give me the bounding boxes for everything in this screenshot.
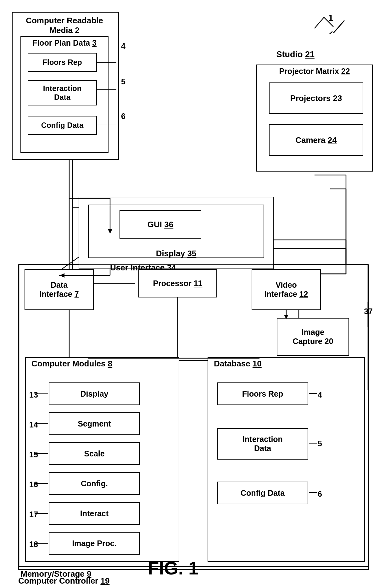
ref-5b: 5 (318, 439, 322, 448)
diagram: 1 Computer ReadableMedia 2 Floor Plan Da… (0, 0, 390, 588)
floor-plan-label: Floor Plan Data 3 (24, 38, 105, 48)
interaction-data-top-box: InteractionData (28, 80, 97, 105)
projectors-box: Projectors 23 (269, 82, 363, 114)
computer-controller-label: Computer Controller 19 (18, 576, 109, 586)
floors-rep-top-box: Floors Rep (28, 53, 97, 72)
video-interface-box: VideoInterface 12 (252, 269, 321, 310)
scale-module-box: Scale (49, 442, 140, 465)
image-proc-module-box: Image Proc. (49, 532, 140, 555)
ref-17: 17 (29, 510, 38, 519)
floors-rep-db-box: Floors Rep (217, 382, 308, 405)
ref-16: 16 (29, 480, 38, 489)
studio-label: Studio 21 (276, 50, 315, 59)
ref-1: 1 (328, 13, 333, 23)
ref-4b: 4 (318, 390, 322, 399)
ref-37: 37 (364, 307, 373, 316)
figure-label: FIG. 1 (148, 557, 198, 579)
image-capture-box: ImageCapture 20 (277, 318, 349, 356)
ref-14: 14 (29, 420, 38, 429)
svg-line-0 (315, 17, 324, 28)
interact-module-box: Interact (49, 502, 140, 525)
svg-line-37 (333, 20, 344, 33)
gui-box: GUI 36 (120, 210, 201, 239)
ref-5a: 5 (121, 77, 125, 86)
data-interface-box: DataInterface 7 (25, 269, 94, 310)
ref-18: 18 (29, 540, 38, 549)
ref-13: 13 (29, 390, 38, 399)
ref-4a: 4 (121, 42, 125, 51)
interaction-data-db-box: InteractionData (217, 428, 308, 460)
config-data-top-box: Config Data (28, 116, 97, 135)
ref-15: 15 (29, 450, 38, 459)
ref-6b: 6 (318, 489, 322, 499)
ref-6a: 6 (121, 112, 125, 121)
display-label: Display 35 (91, 249, 261, 258)
crm-label: Computer ReadableMedia 2 (17, 16, 112, 35)
segment-module-box: Segment (49, 412, 140, 435)
projector-matrix-label: Projector Matrix 22 (259, 67, 370, 76)
display-module-box: Display (49, 382, 140, 405)
database-label: Database 10 (214, 359, 262, 369)
camera-box: Camera 24 (269, 124, 363, 156)
config-module-box: Config. (49, 472, 140, 495)
computer-modules-label: Computer Modules 8 (31, 359, 112, 369)
svg-line-38 (330, 31, 332, 34)
config-data-db-box: Config Data (217, 482, 308, 504)
processor-box: Processor 11 (138, 269, 217, 297)
